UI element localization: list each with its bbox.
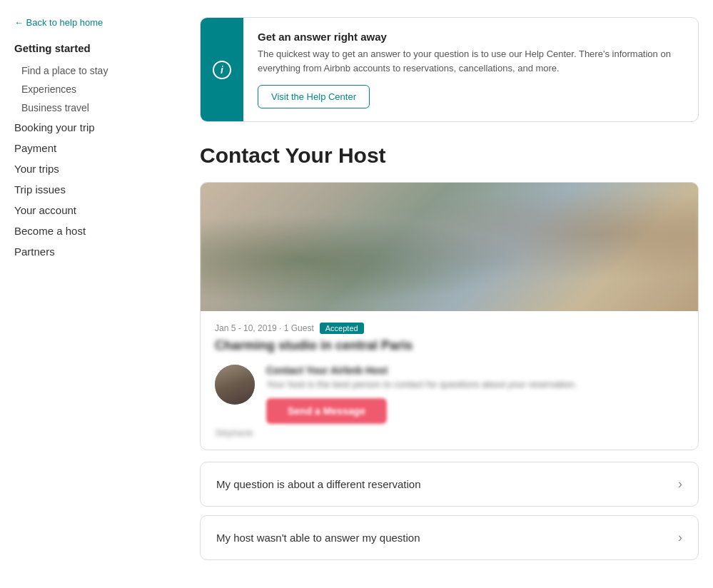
info-banner: i Get an answer right away The quickest …	[200, 17, 699, 122]
property-dates: Jan 5 - 10, 2019 · 1 Guest	[215, 323, 314, 333]
getting-started-title: Getting started	[14, 42, 171, 54]
back-to-help-link[interactable]: ← Back to help home	[14, 17, 171, 28]
sidebar-item-business-travel[interactable]: Business travel	[14, 98, 171, 117]
expand-different-reservation[interactable]: My question is about a different reserva…	[200, 462, 699, 507]
status-badge: Accepted	[320, 323, 364, 334]
main-content: i Get an answer right away The quickest …	[200, 14, 699, 569]
banner-accent: i	[201, 18, 243, 121]
sidebar-item-find-place[interactable]: Find a place to stay	[14, 61, 171, 80]
sidebar-nav-your-trips[interactable]: Your trips	[14, 158, 171, 179]
sidebar-nav-your-account[interactable]: Your account	[14, 200, 171, 220]
chevron-right-icon-2: ›	[678, 530, 682, 545]
host-contact-desc: Your host is the best person to contact …	[266, 379, 684, 390]
expand-host-couldnt-answer-label: My host wasn't able to answer my questio…	[216, 532, 420, 544]
banner-text: The quickest way to get an answer to you…	[258, 47, 684, 75]
property-meta: Jan 5 - 10, 2019 · 1 Guest Accepted	[215, 323, 684, 334]
property-name: Charming studio in central Paris	[215, 338, 684, 353]
property-image-overlay	[201, 183, 698, 311]
host-avatar	[215, 365, 255, 405]
host-avatar-image	[215, 365, 255, 405]
sidebar-nav-become-host[interactable]: Become a host	[14, 220, 171, 241]
sidebar-nav-booking[interactable]: Booking your trip	[14, 117, 171, 138]
host-info: Contact Your Airbnb Host Your host is th…	[266, 365, 684, 424]
host-section: Contact Your Airbnb Host Your host is th…	[215, 365, 684, 424]
host-contact-title: Contact Your Airbnb Host	[266, 365, 684, 376]
sidebar-item-experiences[interactable]: Experiences	[14, 80, 171, 98]
property-info: Jan 5 - 10, 2019 · 1 Guest Accepted Char…	[201, 311, 698, 450]
expand-host-couldnt-answer[interactable]: My host wasn't able to answer my questio…	[200, 515, 699, 560]
info-icon: i	[213, 61, 231, 79]
banner-title: Get an answer right away	[258, 31, 684, 43]
sidebar-nav-payment[interactable]: Payment	[14, 138, 171, 158]
page-title: Contact Your Host	[200, 143, 699, 168]
sidebar: ← Back to help home Getting started Find…	[14, 14, 171, 569]
banner-body: Get an answer right away The quickest wa…	[243, 18, 698, 121]
property-image	[201, 183, 698, 311]
sidebar-nav-partners[interactable]: Partners	[14, 241, 171, 262]
chevron-right-icon: ›	[678, 477, 682, 492]
sidebar-nav-trip-issues[interactable]: Trip issues	[14, 179, 171, 200]
expand-different-reservation-label: My question is about a different reserva…	[216, 478, 421, 490]
help-center-button[interactable]: Visit the Help Center	[258, 85, 370, 108]
host-name: Stéphanie	[215, 428, 684, 438]
send-message-button[interactable]: Send a Message	[266, 398, 387, 424]
property-card: Jan 5 - 10, 2019 · 1 Guest Accepted Char…	[200, 182, 699, 450]
